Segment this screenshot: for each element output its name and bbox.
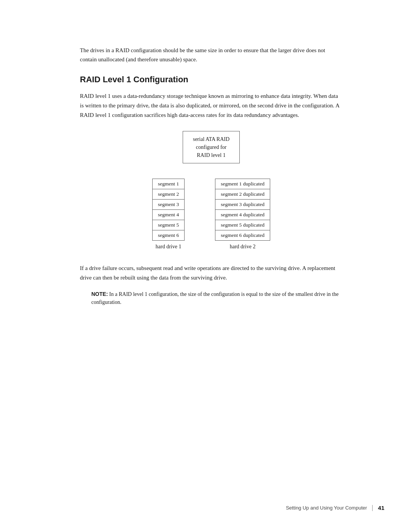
drive1-seg6: segment 6 [153, 230, 185, 241]
drive1-table: segment 1 segment 2 segment 3 segment 4 … [152, 179, 185, 241]
raid-box: serial ATA RAID configured for RAID leve… [183, 131, 240, 163]
drive1-seg4: segment 4 [153, 210, 185, 220]
drive2-seg2: segment 2 duplicated [215, 189, 270, 200]
drive2-seg4: segment 4 duplicated [215, 210, 270, 220]
section-heading: RAID Level 1 Configuration [80, 75, 342, 85]
table-row: segment 4 duplicated [215, 210, 270, 220]
table-row: segment 6 duplicated [215, 230, 270, 241]
drive2-column: segment 1 duplicated segment 2 duplicate… [215, 179, 270, 250]
table-row: segment 3 duplicated [215, 200, 270, 210]
footer-page-number: 41 [378, 505, 384, 511]
table-row: segment 4 [153, 210, 185, 220]
drives-wrapper: segment 1 segment 2 segment 3 segment 4 … [80, 179, 342, 250]
table-row: segment 2 [153, 189, 185, 200]
table-row: segment 6 [153, 230, 185, 241]
drive2-seg5: segment 5 duplicated [215, 220, 270, 230]
footer-divider [372, 505, 373, 511]
intro-paragraph: The drives in a RAID configuration shoul… [80, 46, 342, 64]
drive1-seg1: segment 1 [153, 179, 185, 189]
page: The drives in a RAID configuration shoul… [0, 0, 411, 532]
drive2-seg6: segment 6 duplicated [215, 230, 270, 241]
raid-box-line1: serial ATA RAID [193, 136, 229, 142]
note-text: NOTE: In a RAID level 1 configuration, t… [91, 290, 342, 307]
drive1-label: hard drive 1 [156, 244, 182, 250]
drive2-label: hard drive 2 [230, 244, 256, 250]
raid-box-container: serial ATA RAID configured for RAID leve… [80, 131, 342, 163]
footer-text: Setting Up and Using Your Computer [286, 505, 367, 511]
drive2-table: segment 1 duplicated segment 2 duplicate… [215, 179, 270, 241]
table-row: segment 1 duplicated [215, 179, 270, 189]
table-row: segment 3 [153, 200, 185, 210]
drive1-seg2: segment 2 [153, 189, 185, 200]
drive1-column: segment 1 segment 2 segment 3 segment 4 … [152, 179, 185, 250]
drive2-seg1: segment 1 duplicated [215, 179, 270, 189]
body-paragraph: RAID level 1 uses a data-redundancy stor… [80, 91, 342, 120]
page-footer: Setting Up and Using Your Computer 41 [286, 505, 384, 511]
table-row: segment 5 [153, 220, 185, 230]
raid-box-line2: configured for [196, 144, 226, 150]
table-row: segment 5 duplicated [215, 220, 270, 230]
table-row: segment 1 [153, 179, 185, 189]
note-body: In a RAID level 1 configuration, the siz… [91, 291, 339, 305]
after-diagram-paragraph: If a drive failure occurs, subsequent re… [80, 264, 342, 283]
drive1-seg3: segment 3 [153, 200, 185, 210]
note-block: NOTE: In a RAID level 1 configuration, t… [91, 290, 342, 307]
note-label: NOTE: [91, 291, 108, 297]
drive1-seg5: segment 5 [153, 220, 185, 230]
table-row: segment 2 duplicated [215, 189, 270, 200]
raid-box-line3: RAID level 1 [197, 152, 225, 158]
drives-area: segment 1 segment 2 segment 3 segment 4 … [80, 179, 342, 250]
drive2-seg3: segment 3 duplicated [215, 200, 270, 210]
